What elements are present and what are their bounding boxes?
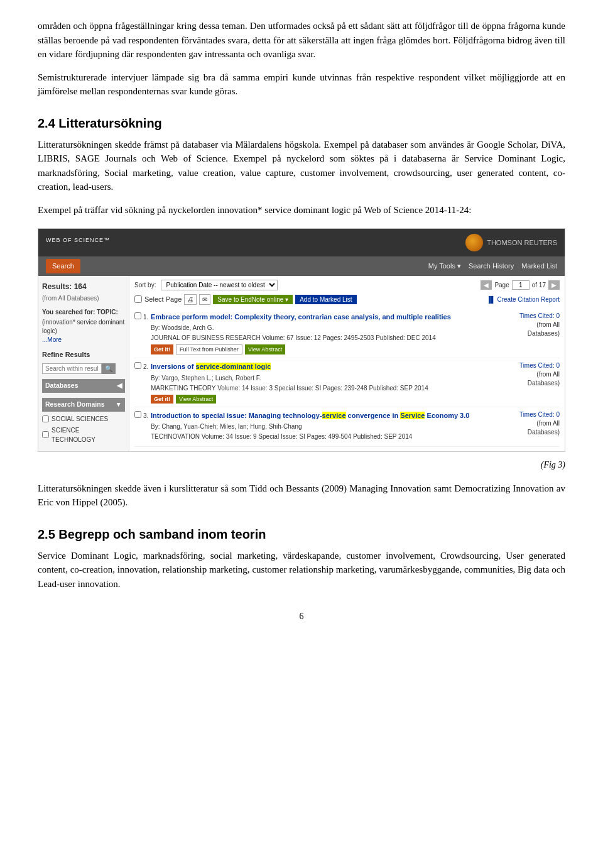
wos-databases-arrow: ◀ [117,381,122,391]
wos-result-1-getit[interactable]: Get it! [151,344,173,354]
wos-result-1-num: 1. [134,312,147,355]
wos-result-1-journal: JOURNAL OF BUSINESS RESEARCH Volume: 67 … [151,333,499,343]
wos-result-2-num: 2. [134,361,147,404]
wos-search-box: 🔍 [42,363,125,374]
wos-result-1-checkbox[interactable] [134,312,141,319]
wos-research-arrow: ▼ [116,400,122,410]
section-24-heading: 2.4 Litteratursökning [38,114,565,133]
wos-result-2-number: 2. [143,362,148,371]
wos-databases-section[interactable]: Databases ◀ [42,379,125,393]
wos-results-count: Results: 164 [42,281,125,292]
wos-query: (innovation* service dominant logic) [42,319,124,334]
wos-prev-page[interactable]: ◀ [481,280,492,290]
wos-result-2-journal: MARKETING THEORY Volume: 14 Issue: 3 Spe… [151,383,499,393]
wos-searched-label: You searched for: TOPIC: [42,308,125,317]
wos-result-3-highlight1: service [322,412,346,419]
wos-result-3-highlight2: Service [400,412,425,419]
wos-result-3-title[interactable]: Introduction to special issue: Managing … [151,410,499,421]
wos-of-label: of 17 [532,280,546,290]
wos-logo-text: WEB OF SCIENCE [46,237,104,243]
wos-actions-bar: Select Page 🖨 ✉ Save to EndNote online ▾… [134,294,560,305]
wos-result-2-cited: Times Cited: 0 (from All Databases) [503,361,560,404]
wos-thomson-text: THOMSON REUTERS [487,238,557,248]
wos-select-all-checkbox[interactable] [134,295,142,303]
wos-result-2-times-cited[interactable]: Times Cited: 0 [519,362,560,369]
wos-result-3-num: 3. [134,410,147,444]
wos-social-sciences-checkbox[interactable] [42,415,49,422]
wos-databases-label: Databases [45,381,79,391]
wos-result-2-authors: By: Vargo, Stephen L.; Lusch, Robert F. [151,373,499,383]
wos-search-input[interactable] [42,363,102,374]
wos-all-databases: (from All Databases) [42,294,125,303]
wos-result-2-getit[interactable]: Get it! [151,395,173,404]
wos-nav-right: My Tools ▾ Search History Marked List [428,261,557,272]
wos-logo-tm: ™ [104,237,110,243]
wos-content: Results: 164 (from All Databases) You se… [38,276,565,451]
wos-result-2-buttons: Get it! View Abstract [151,395,499,404]
wos-print-button[interactable]: 🖨 [184,294,197,305]
wos-page-label: Page [494,280,509,290]
paragraph-2: Semistrukturerade intervjuer lämpade sig… [38,70,565,99]
wos-nav-bar: Search My Tools ▾ Search History Marked … [38,256,565,276]
wos-next-page[interactable]: ▶ [548,280,560,290]
wos-result-3-cited: Times Cited: 0 (from All Databases) [503,410,560,444]
wos-result-2-abstract[interactable]: View Abstract [176,395,216,404]
wos-result-1-title[interactable]: Embrace perform model: Complexity theory… [151,312,499,322]
wos-result-1-publisher[interactable]: Full Text from Publisher [176,344,242,354]
paragraph-5: Litteratursökningen skedde även i kursli… [38,481,565,510]
wos-result-1-cited: Times Cited: 0 (from All Databases) [503,312,560,355]
wos-main-results: Sort by: Publication Date -- newest to o… [129,276,565,451]
wos-sidebar: Results: 164 (from All Databases) You se… [38,276,129,451]
wos-research-domains-section[interactable]: Research Domains ▼ [42,398,125,412]
wos-pagination: ◀ Page of 17 ▶ [481,280,560,290]
wos-result-3: 3. Introduction to special issue: Managi… [134,407,560,448]
wos-refine-label: Refine Results [42,349,125,360]
wos-header: WEB OF SCIENCE™ THOMSON REUTERS [38,229,565,256]
wos-search-button[interactable]: 🔍 [102,363,116,374]
wos-marked-list[interactable]: Marked List [521,261,557,272]
wos-research-label: Research Domains [45,400,105,410]
wos-result-1-cited-db: (from All Databases) [528,321,560,337]
wos-result-3-authors: By: Chang, Yuan-Chieh; Miles, Ian; Hung,… [151,422,499,431]
wos-toolbar: Sort by: Publication Date -- newest to o… [134,280,560,290]
wos-result-3-content: Introduction to special issue: Managing … [151,410,499,444]
wos-research-domains-content: SOCIAL SCIENCES SCIENCE TECHNOLOGY [42,414,125,444]
paragraph-3: Litteratursökningen skedde främst på dat… [38,138,565,194]
paragraph-6: Service Dominant Logic, marknadsföring, … [38,549,565,591]
wos-globe-icon [465,234,483,251]
figure-caption: (Fig 3) [38,458,565,471]
wos-screenshot: WEB OF SCIENCE™ THOMSON REUTERS Search M… [38,228,565,452]
wos-result-3-times-cited[interactable]: Times Cited: 0 [519,411,560,418]
wos-sortby-select[interactable]: Publication Date -- newest to oldest [161,280,278,290]
wos-email-button[interactable]: ✉ [199,294,210,305]
wos-result-1: 1. Embrace perform model: Complexity the… [134,309,560,359]
wos-result-1-authors: By: Woodside, Arch G. [151,323,499,332]
wos-result-2-cited-db: (from All Databases) [528,371,560,387]
wos-add-marked-button[interactable]: Add to Marked List [295,295,356,304]
wos-result-1-content: Embrace perform model: Complexity theory… [151,312,499,355]
wos-result-2-checkbox[interactable] [134,362,141,369]
wos-search-tab[interactable]: Search [46,259,80,273]
wos-save-endnote-button[interactable]: Save to EndNote online ▾ [213,295,293,304]
wos-search-history[interactable]: Search History [469,261,514,272]
wos-result-1-abstract[interactable]: View Abstract [245,344,285,354]
wos-select-page-label: Select Page [144,294,182,305]
paragraph-1: områden och öppna frågeställningar kring… [38,19,565,62]
wos-result-3-checkbox[interactable] [134,411,141,418]
wos-science-tech-checkbox[interactable] [42,431,49,438]
wos-result-3-journal: TECHNOVATION Volume: 34 Issue: 9 Special… [151,432,499,441]
wos-page-input[interactable] [512,280,530,290]
wos-result-2-content: Inversions of service-dominant logic By:… [151,361,499,404]
wos-result-3-number: 3. [143,411,148,420]
wos-science-tech-label: SCIENCE TECHNOLOGY [52,426,125,444]
wos-sortby-label: Sort by: [134,280,156,290]
wos-my-tools[interactable]: My Tools ▾ [428,261,461,272]
wos-more-link[interactable]: ...More [42,336,62,343]
wos-create-citation-link[interactable]: ▐▌ Create Citation Report [487,295,560,304]
wos-logo: WEB OF SCIENCE™ [46,235,110,250]
wos-result-2: 2. Inversions of service-dominant logic … [134,358,560,407]
wos-searched-for: You searched for: TOPIC: (innovation* se… [42,308,125,344]
wos-result-2-title[interactable]: Inversions of service-dominant logic [151,361,499,372]
wos-result-1-times-cited[interactable]: Times Cited: 0 [519,312,560,319]
wos-social-sciences-item: SOCIAL SCIENCES [42,414,125,424]
